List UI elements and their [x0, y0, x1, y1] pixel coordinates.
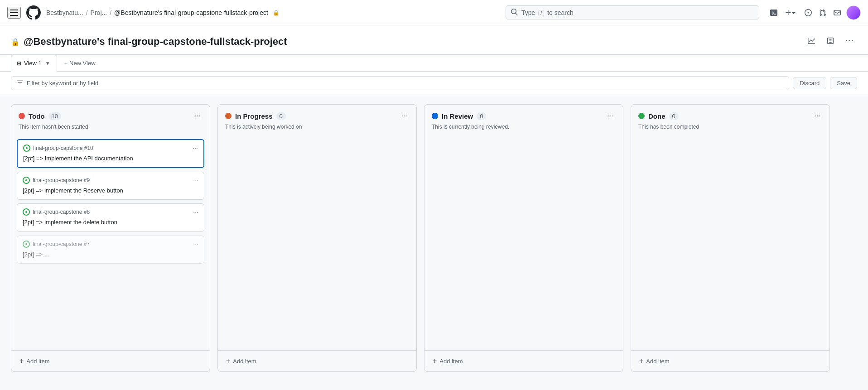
- save-button[interactable]: Save: [830, 77, 857, 89]
- card-meta: final-group-capstone #9 ···: [23, 177, 198, 184]
- column-dot-in-progress: [225, 113, 231, 119]
- card-meta: final-group-capstone #7 ···: [23, 241, 198, 248]
- column-dot-in-review: [432, 113, 438, 119]
- view-tab-dropdown-icon[interactable]: ▾: [44, 59, 51, 67]
- card-issue-menu[interactable]: ···: [193, 208, 198, 216]
- cards-scroll-in-progress: [218, 135, 416, 350]
- column-header-left: Todo 10: [19, 112, 61, 120]
- column-header-left: In Progress 0: [225, 112, 286, 120]
- add-item-button-done[interactable]: + Add item: [637, 355, 824, 367]
- add-item-button-in-review[interactable]: + Add item: [430, 355, 617, 367]
- new-view-button[interactable]: + New View: [59, 56, 101, 70]
- add-item-label: Add item: [439, 358, 463, 365]
- add-item-plus-icon: +: [639, 357, 643, 365]
- card-title: [2pt] => Implement the Reserve button: [23, 187, 198, 195]
- column-header-left: In Review 0: [432, 112, 486, 120]
- column-footer-done: + Add item: [631, 350, 829, 371]
- card-issue-menu[interactable]: ···: [193, 241, 198, 248]
- column-menu-button-in-progress[interactable]: ···: [400, 111, 409, 121]
- top-nav: Bestbynatu... / Proj... / @Bestbynature'…: [0, 0, 868, 25]
- card-issue-ref: final-group-capstone #7: [33, 241, 90, 247]
- card-title: [2pt] => Implement the delete button: [23, 218, 198, 226]
- view-tab-label: View 1: [24, 60, 42, 67]
- column-header-in-progress: In Progress 0 ··· This is actively being…: [218, 105, 416, 135]
- column-menu-button-in-review[interactable]: ···: [606, 111, 616, 121]
- column-header-top: Todo 10 ···: [19, 111, 203, 121]
- add-item-button-todo[interactable]: + Add item: [17, 355, 204, 367]
- add-item-button-in-progress[interactable]: + Add item: [223, 355, 411, 367]
- cards-scroll-in-review: [424, 135, 623, 350]
- insights-button[interactable]: [804, 34, 819, 49]
- filter-icon: [17, 79, 23, 87]
- column-header-left: Done 0: [638, 112, 679, 120]
- breadcrumb-current: @Bestbynature's final-group-capstone-ful…: [114, 9, 268, 16]
- add-item-label: Add item: [646, 358, 669, 365]
- view-tabs: ⊞ View 1 ▾ + New View: [0, 55, 868, 72]
- card-issue-ref: final-group-capstone #10: [33, 145, 93, 151]
- card-item[interactable]: final-group-capstone #8 ··· [2pt] => Imp…: [17, 203, 204, 231]
- column-menu-button-todo[interactable]: ···: [193, 111, 203, 121]
- filter-bar: Filter by keyword or by field Discard Sa…: [0, 72, 868, 95]
- column-description-done: This has been completed: [638, 124, 822, 132]
- column-footer-todo: + Add item: [11, 350, 210, 371]
- pullrequest-button[interactable]: [817, 7, 828, 18]
- column-todo: Todo 10 ··· This item hasn't been starte…: [11, 104, 210, 372]
- card-title: [2pt] => ...: [23, 250, 198, 259]
- filter-action-buttons: Discard Save: [793, 77, 857, 89]
- hamburger-menu[interactable]: [7, 7, 21, 19]
- filter-input-wrapper[interactable]: Filter by keyword or by field: [11, 76, 789, 90]
- card-issue-ref: final-group-capstone #8: [33, 209, 90, 215]
- layout-button[interactable]: [823, 34, 838, 49]
- card-issue-menu[interactable]: ···: [193, 144, 198, 152]
- card-issue-icon: [23, 208, 30, 216]
- add-item-label: Add item: [233, 358, 256, 365]
- github-logo[interactable]: [26, 5, 41, 20]
- inbox-button[interactable]: [832, 7, 843, 18]
- column-count-todo: 10: [48, 112, 61, 120]
- tab-view1[interactable]: ⊞ View 1 ▾: [11, 55, 57, 72]
- breadcrumb-proj[interactable]: Proj...: [91, 9, 107, 16]
- search-bar[interactable]: Type / to search: [506, 5, 759, 19]
- view-tab-icon: ⊞: [17, 60, 21, 67]
- card-issue-menu[interactable]: ···: [193, 177, 198, 184]
- column-header-top: In Review 0 ···: [432, 111, 616, 121]
- card-issue-icon: [23, 177, 30, 184]
- card-meta: final-group-capstone #8 ···: [23, 208, 198, 216]
- column-in-review: In Review 0 ··· This is currently being …: [424, 104, 623, 372]
- search-suffix-label: to search: [547, 9, 574, 16]
- card-meta: final-group-capstone #10 ···: [23, 144, 198, 152]
- more-options-button[interactable]: [842, 34, 857, 49]
- column-header-todo: Todo 10 ··· This item hasn't been starte…: [11, 105, 210, 135]
- column-footer-in-review: + Add item: [424, 350, 623, 371]
- add-item-label: Add item: [26, 358, 49, 365]
- cards-scroll-todo: final-group-capstone #10 ··· [2pt] => Im…: [11, 135, 210, 350]
- page-header-actions: [804, 34, 857, 49]
- breadcrumb-org[interactable]: Bestbynatu...: [46, 9, 83, 16]
- card-item[interactable]: final-group-capstone #9 ··· [2pt] => Imp…: [17, 172, 204, 200]
- terminal-button[interactable]: [768, 7, 779, 18]
- create-button[interactable]: [783, 7, 799, 18]
- kanban-board: Todo 10 ··· This item hasn't been starte…: [0, 95, 868, 381]
- search-kbd: /: [538, 10, 544, 16]
- page-title-row: 🔒 @Bestbynature's final-group-capstone-f…: [11, 36, 287, 48]
- user-avatar[interactable]: [846, 5, 861, 20]
- page-title: @Bestbynature's final-group-capstone-ful…: [24, 36, 287, 48]
- card-item[interactable]: final-group-capstone #10 ··· [2pt] => Im…: [17, 139, 204, 168]
- card-title: [2pt] => Implement the API documentation: [23, 154, 198, 163]
- column-count-in-progress: 0: [276, 112, 286, 120]
- column-dot-todo: [19, 113, 25, 119]
- column-in-progress: In Progress 0 ··· This is actively being…: [217, 104, 417, 372]
- column-menu-button-done[interactable]: ···: [813, 111, 822, 121]
- breadcrumb-sep1: /: [86, 9, 88, 16]
- card-issue-icon: [23, 144, 30, 152]
- discard-button[interactable]: Discard: [793, 77, 826, 89]
- column-header-done: Done 0 ··· This has been completed: [631, 105, 829, 135]
- card-item[interactable]: final-group-capstone #7 ··· [2pt] => ...: [17, 236, 204, 264]
- column-title-done: Done: [648, 112, 665, 120]
- page-lock-icon: 🔒: [11, 38, 20, 46]
- column-title-todo: Todo: [29, 112, 45, 120]
- breadcrumb: Bestbynatu... / Proj... / @Bestbynature'…: [46, 9, 280, 16]
- issues-button[interactable]: [803, 7, 814, 18]
- column-description-in-progress: This is actively being worked on: [225, 124, 409, 132]
- add-item-plus-icon: +: [226, 357, 230, 365]
